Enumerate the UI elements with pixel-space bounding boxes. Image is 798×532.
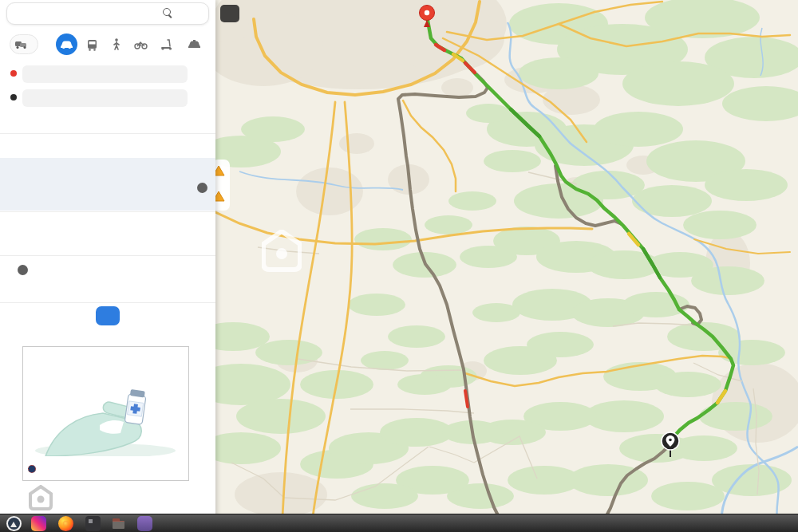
ad-banner[interactable] [22,346,189,481]
toll-road-icon [18,265,28,275]
route-point-a-bullet [10,70,17,77]
taskbar-firefox-icon[interactable] [58,516,73,531]
map-canvas[interactable] [215,0,798,532]
route-option-1[interactable] [0,158,215,211]
taskbar-viber-icon[interactable] [137,516,152,531]
virus-icon [28,465,36,473]
route-from-input[interactable] [22,65,188,83]
taxi-icon [188,40,201,49]
route-option-2[interactable] [0,212,215,254]
mode-bus-button[interactable] [84,37,100,53]
search-icon[interactable] [163,8,173,18]
divider [0,302,215,303]
report-error-button[interactable] [194,183,207,193]
yandex-maps-app [0,0,798,532]
scooter-icon [160,39,172,50]
roadwork-warnings[interactable] [215,160,230,211]
taskbar [0,514,798,532]
mode-scooter-button[interactable] [158,37,174,53]
taskbar-instagram-icon[interactable] [31,516,46,531]
bus-icon [87,39,97,51]
ad-brand [28,464,36,474]
mode-taxi-button[interactable] [186,37,202,53]
route-option-3[interactable] [0,257,215,301]
search-bar[interactable] [6,2,209,25]
divider [0,255,215,256]
mode-pedestrian-button[interactable] [109,37,124,53]
params-row [8,140,207,153]
map-svg[interactable] [215,0,798,532]
domclick-watermark [29,485,59,510]
bike-icon [134,40,148,49]
car-icon [60,40,73,49]
ad-vaccine-illustration [23,380,188,456]
domclick-logo-icon [29,485,53,510]
taskbar-terminal-icon[interactable] [85,516,101,531]
divider [0,133,215,134]
mode-all-button[interactable] [10,34,38,54]
routes-sidebar [0,0,215,532]
route-form-links [8,115,207,128]
ad-bottom-row [28,458,184,475]
route-point-b-bullet [10,94,17,100]
all-modes-icon [15,40,27,49]
more-variants-button[interactable] [96,306,120,325]
sidebar-collapse-button[interactable] [220,5,239,22]
route-to-input[interactable] [22,89,188,107]
transport-mode-row [0,32,215,59]
pedestrian-icon [113,38,120,51]
mode-car-button-active[interactable] [56,33,77,55]
taskbar-files-icon[interactable] [111,516,126,531]
mode-bike-button[interactable] [132,37,148,53]
report-error-icon [197,183,207,193]
taskbar-browser-icon[interactable] [6,516,22,531]
